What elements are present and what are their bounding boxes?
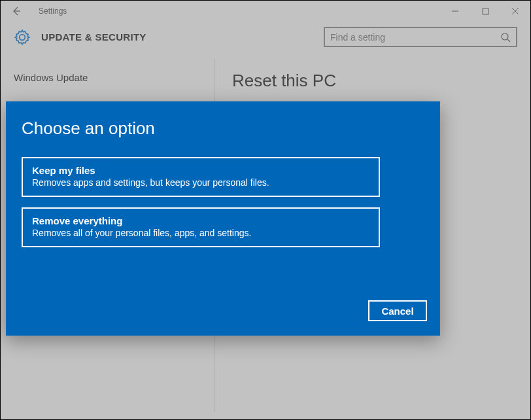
option-title: Remove everything xyxy=(32,215,369,226)
option-keep-my-files[interactable]: Keep my files Removes apps and settings,… xyxy=(22,157,380,197)
settings-window: Settings UPDATE & SECURITY Windows Updat… xyxy=(0,0,531,420)
option-remove-everything[interactable]: Remove everything Removes all of your pe… xyxy=(22,207,380,247)
cancel-button[interactable]: Cancel xyxy=(368,300,427,321)
choose-option-dialog: Choose an option Keep my files Removes a… xyxy=(6,101,440,336)
option-title: Keep my files xyxy=(32,165,369,176)
option-desc: Removes apps and settings, but keeps you… xyxy=(32,177,369,188)
dialog-title: Choose an option xyxy=(22,118,427,139)
option-desc: Removes all of your personal files, apps… xyxy=(32,228,369,238)
